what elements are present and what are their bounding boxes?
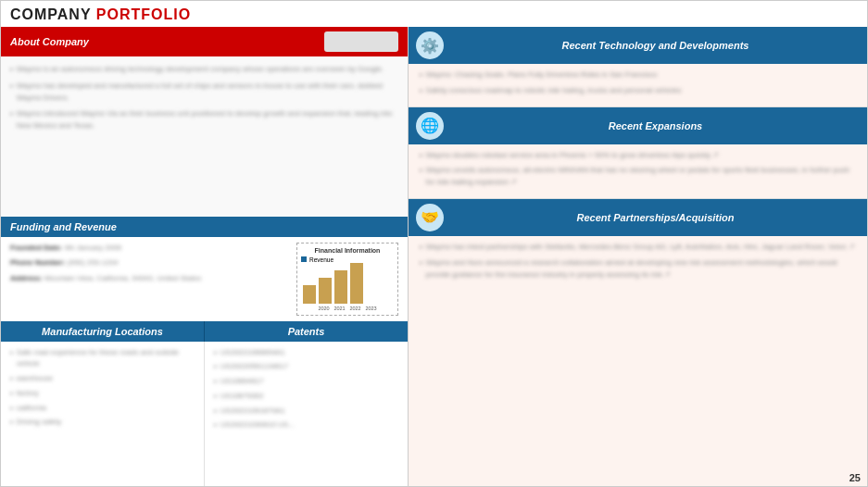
chart-label-2023: 2023 <box>365 306 378 311</box>
mfg-item-3: factory <box>10 388 195 400</box>
patents-header: Patents <box>205 321 408 342</box>
financial-chart: Financial Information Revenue 2020 2021 <box>296 243 398 316</box>
about-bullet-2: Waymo has developed and manufactured a f… <box>10 81 398 105</box>
patent-item-5: US20221091870A1 <box>214 406 398 418</box>
patents-list: US20221068894A1 US20220591134617 US10894… <box>205 342 408 487</box>
technology-header: ⚙️ Recent Technology and Developments <box>409 27 867 64</box>
partnerships-header: 🤝 Recent Partnerships/Acquisition <box>409 199 867 236</box>
mfg-item-5: Driving safety <box>10 417 195 429</box>
about-bullet-1: Waymo is an autonomous driving technolog… <box>10 64 398 76</box>
bar-2021 <box>319 278 332 304</box>
about-body: Waymo is an autonomous driving technolog… <box>1 56 408 217</box>
portfolio-label: PORTFOLIO <box>96 6 191 22</box>
phone-row: Phone Number: (650) 253-1234 <box>10 257 287 269</box>
partnerships-bullet-1: Waymo has inked partnerships with Stella… <box>420 242 856 254</box>
manufacturing-title: Manufacturing Locations <box>42 326 163 337</box>
funding-section-header: Funding and Revenue <box>1 217 408 237</box>
address-row: Address: Mountain View, California, 9404… <box>10 273 287 285</box>
funding-title: Funding and Revenue <box>10 221 117 232</box>
phone-value: (650) 253-1234 <box>68 258 119 267</box>
chart-legend: Revenue <box>301 256 394 263</box>
patent-item-4: US10879302 <box>214 391 398 403</box>
main-content: About Company Waymo is an autonomous dri… <box>1 27 867 486</box>
address-label: Address: <box>10 274 43 282</box>
address-value: Mountain View, California, 94043, United… <box>44 274 201 282</box>
legend-dot <box>301 256 307 262</box>
partnerships-bullet-2: Waymo and Nuro announced a research coll… <box>420 257 856 281</box>
chart-title: Financial Information <box>301 247 394 254</box>
patent-item-6: US20221030810 US... <box>214 419 398 431</box>
about-section-header: About Company <box>1 27 408 56</box>
mfg-item-4: california <box>10 403 195 415</box>
partnerships-title: Recent Partnerships/Acquisition <box>451 212 860 223</box>
left-panel: About Company Waymo is an autonomous dri… <box>1 27 409 486</box>
chart-labels: 2020 2021 2022 2023 <box>301 306 394 311</box>
chart-label-2021: 2021 <box>333 306 346 311</box>
expansions-icon: 🌐 <box>416 112 444 140</box>
technology-icon: ⚙️ <box>416 31 444 59</box>
bar-2023 <box>350 263 363 304</box>
expansions-bullet-2: Waymo unveils autonomous, all-electric M… <box>420 165 856 189</box>
about-bullet-3: Waymo introduced Waymo Via as their busi… <box>10 108 398 132</box>
right-panel: ⚙️ Recent Technology and Developments Wa… <box>409 27 867 486</box>
founded-label: Founded Date: <box>10 244 62 252</box>
patents-title: Patents <box>288 326 325 337</box>
expansions-bullet-1: Waymo doubles robotaxi service area in P… <box>420 150 856 162</box>
page-number: 25 <box>849 472 861 483</box>
company-label: COMPANY <box>10 6 91 22</box>
page-title: COMPANY PORTFOLIO <box>10 6 191 22</box>
mfg-patents-header: Manufacturing Locations Patents <box>1 321 408 342</box>
chart-label-2022: 2022 <box>349 306 362 311</box>
legend-label: Revenue <box>309 256 333 263</box>
partnerships-body: Waymo has inked partnerships with Stella… <box>409 236 867 290</box>
manufacturing-list: Safe road experience for these roads and… <box>1 342 205 487</box>
mfg-patents-body: Safe road experience for these roads and… <box>1 342 408 487</box>
chart-label-2020: 2020 <box>318 306 331 311</box>
technology-bullet-2: Safety conscious roadmap to robotic ride… <box>420 85 856 97</box>
phone-label: Phone Number: <box>10 258 66 267</box>
funding-body: Founded Date: 4th January 2009 Phone Num… <box>1 237 408 321</box>
mfg-item-2: warehouse <box>10 373 195 385</box>
page-container: COMPANY PORTFOLIO About Company Waymo is… <box>0 0 868 487</box>
expansions-body: Waymo doubles robotaxi service area in P… <box>409 144 867 198</box>
founded-value: 4th January 2009 <box>64 244 121 252</box>
technology-title: Recent Technology and Developments <box>451 40 860 51</box>
expansions-title: Recent Expansions <box>451 120 860 131</box>
patent-item-2: US20220591134617 <box>214 361 398 373</box>
about-title: About Company <box>10 36 89 47</box>
bar-2020 <box>303 285 316 304</box>
manufacturing-header: Manufacturing Locations <box>1 321 205 342</box>
company-logo <box>324 31 398 52</box>
header: COMPANY PORTFOLIO <box>1 1 867 27</box>
expansions-header: 🌐 Recent Expansions <box>409 107 867 144</box>
patent-item-3: US10894617 <box>214 376 398 388</box>
partnerships-icon: 🤝 <box>416 204 444 231</box>
founded-row: Founded Date: 4th January 2009 <box>10 243 287 255</box>
bar-2022 <box>334 270 347 304</box>
technology-bullet-1: Waymo: Chasing Goals. Plans Fully Driver… <box>420 69 856 81</box>
mfg-item-1: Safe road experience for these roads and… <box>10 347 195 371</box>
chart-bars <box>301 267 394 304</box>
technology-body: Waymo: Chasing Goals. Plans Fully Driver… <box>409 64 867 106</box>
patent-item-1: US20221068894A1 <box>214 347 398 359</box>
funding-info: Founded Date: 4th January 2009 Phone Num… <box>10 243 287 316</box>
